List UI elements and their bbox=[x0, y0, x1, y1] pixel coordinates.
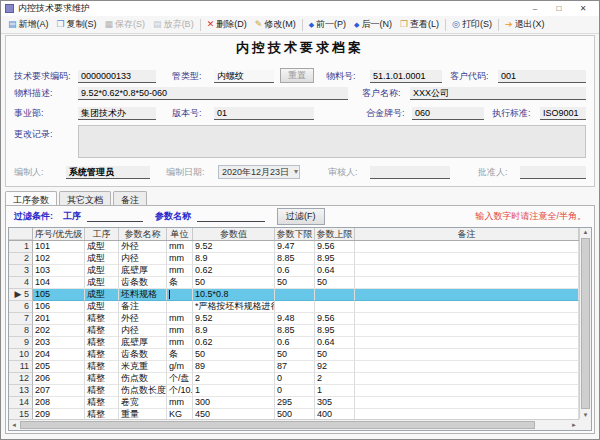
table-row[interactable]: 13207精整伤点数长度控制个/10...101 bbox=[9, 385, 579, 397]
save-disk-icon: ▦ bbox=[105, 20, 114, 29]
scroll-right-icon[interactable]: ► bbox=[571, 422, 577, 428]
toolbar-button-copy[interactable]: ❐复制(S) bbox=[53, 17, 101, 32]
alloy-field[interactable]: 060 bbox=[412, 107, 484, 120]
customer-code-field[interactable]: 001 bbox=[498, 70, 586, 83]
table-row[interactable]: 15209精整重量KG450500400 bbox=[9, 409, 579, 419]
row-indicator: 6 bbox=[9, 301, 33, 313]
table-row[interactable]: 2102成型内径mm8.98.858.95 bbox=[9, 253, 579, 265]
version-field[interactable]: 01 bbox=[214, 107, 314, 120]
view-folder-icon: ❐ bbox=[400, 20, 408, 29]
table-row[interactable]: 11205精整米克重g/m898792 bbox=[9, 361, 579, 373]
cell-process: 成型 bbox=[85, 301, 119, 313]
column-header-5[interactable]: 参数值 bbox=[193, 228, 275, 240]
division-field[interactable]: 集团技术办 bbox=[78, 107, 156, 120]
material-no-field[interactable]: 51.1.01.0001 bbox=[370, 70, 442, 83]
cell-value: 0.62 bbox=[193, 337, 275, 349]
approver-field[interactable] bbox=[520, 166, 586, 179]
cell-value: 8.9 bbox=[193, 325, 275, 337]
table-row[interactable]: 6106成型备注*严格按坯料规格进行上料。 bbox=[9, 301, 579, 313]
table-row[interactable]: 7201精整外径mm9.529.489.56 bbox=[9, 313, 579, 325]
pipe-type-label: 管类型: bbox=[172, 70, 214, 83]
row-indicator: 13 bbox=[9, 385, 33, 397]
minimize-button[interactable]: – bbox=[523, 1, 547, 16]
cell-high: 400 bbox=[315, 409, 355, 419]
cell-unit: mm bbox=[167, 241, 193, 253]
author-field[interactable]: 系统管理员 bbox=[66, 166, 150, 179]
column-header-3[interactable]: 参数名称 bbox=[119, 228, 167, 240]
filter-param-input[interactable] bbox=[197, 210, 265, 222]
column-header-4[interactable]: 单位 bbox=[167, 228, 193, 240]
table-row[interactable]: 3103成型底壁厚mm0.620.60.64 bbox=[9, 265, 579, 277]
material-desc-field[interactable]: 9.52*0.62*0.8*50-060 bbox=[78, 87, 348, 100]
standard-field[interactable]: ISO9001 bbox=[540, 107, 586, 120]
toolbar-separator bbox=[200, 19, 201, 31]
cell-note bbox=[355, 289, 579, 301]
scroll-left-icon[interactable]: ◄ bbox=[11, 422, 17, 428]
cell-high bbox=[315, 289, 355, 301]
table-row[interactable]: 9203精整底壁厚mm0.620.60.64 bbox=[9, 337, 579, 349]
toolbar-button-label: 删除(D) bbox=[216, 18, 247, 31]
toolbar-button-print[interactable]: ◎打印(S) bbox=[448, 17, 496, 32]
column-header-2[interactable]: 工序 bbox=[85, 228, 119, 240]
cell-low: 8.85 bbox=[275, 325, 315, 337]
row-indicator: 7 bbox=[9, 313, 33, 325]
change-record-field[interactable] bbox=[78, 125, 586, 158]
table-row[interactable]: 4104成型齿条数条505050 bbox=[9, 277, 579, 289]
cell-value: 10.5*0.8 bbox=[193, 289, 275, 301]
customer-name-field[interactable]: XXX公司 bbox=[410, 87, 586, 100]
cell-unit: mm bbox=[167, 337, 193, 349]
row-indicator: 3 bbox=[9, 265, 33, 277]
grid-vertical-scrollbar[interactable]: ▲ ▼ bbox=[579, 228, 591, 419]
horizontal-scroll-thumb[interactable] bbox=[20, 421, 535, 429]
close-button[interactable]: ✕ bbox=[571, 1, 595, 16]
arrow-left-icon: ◆ bbox=[309, 20, 314, 29]
toolbar-button-view[interactable]: ❐查看(L) bbox=[396, 17, 443, 32]
reset-button[interactable]: 重置 bbox=[280, 68, 314, 83]
vertical-scroll-thumb[interactable] bbox=[581, 238, 590, 409]
column-header-7[interactable]: 参数上限 bbox=[315, 228, 355, 240]
toolbar-button-delete[interactable]: ✕删除(D) bbox=[203, 17, 251, 32]
grid-horizontal-scrollbar[interactable]: ◄ ► bbox=[9, 419, 579, 430]
scroll-up-icon[interactable]: ▲ bbox=[580, 229, 591, 235]
cell-unit: KG bbox=[167, 409, 193, 419]
toolbar-button-prev[interactable]: ◆前一(P) bbox=[305, 17, 350, 32]
table-row[interactable]: 12206精整伤点数个/盘202 bbox=[9, 373, 579, 385]
scroll-down-icon[interactable]: ▼ bbox=[580, 412, 591, 418]
cell-value: *严格按坯料规格进行上料。 bbox=[193, 301, 275, 313]
toolbar-button-next[interactable]: ◆后一(N) bbox=[350, 17, 396, 32]
table-row[interactable]: 14208精整卷宽mm300295305 bbox=[9, 397, 579, 409]
pipe-type-field[interactable]: 内螺纹 bbox=[214, 70, 274, 83]
column-header-8[interactable]: 备注 bbox=[355, 228, 579, 240]
cell-low: 295 bbox=[275, 397, 315, 409]
division-label: 事业部: bbox=[14, 107, 78, 120]
tab-other-docs[interactable]: 其它文档 bbox=[59, 191, 111, 205]
table-row[interactable]: 1101成型外径mm9.529.479.56 bbox=[9, 241, 579, 253]
cell-process: 成型 bbox=[85, 265, 119, 277]
toolbar-button-label: 后一(N) bbox=[362, 18, 393, 31]
filter-button[interactable]: 过滤(F) bbox=[277, 208, 325, 225]
table-row[interactable]: 8202精整内径mm8.98.858.95 bbox=[9, 325, 579, 337]
column-header-1[interactable]: 序号/优先级 bbox=[33, 228, 85, 240]
tab-process-params[interactable]: 工序参数 bbox=[5, 191, 57, 205]
cell-high: 9.56 bbox=[315, 241, 355, 253]
filter-process-label: 工序 bbox=[63, 210, 81, 223]
column-header-6[interactable]: 参数下限 bbox=[275, 228, 315, 240]
cell-note bbox=[355, 409, 579, 419]
table-row[interactable]: ▶ 5105成型坯料规格10.5*0.8 bbox=[9, 289, 579, 301]
date-combo[interactable]: 2020年12月23日 bbox=[218, 165, 300, 179]
toolbar-button-label: 查看(L) bbox=[410, 18, 439, 31]
cell-seq: 101 bbox=[33, 241, 85, 253]
toolbar-button-exit[interactable]: ➔退出(X) bbox=[501, 17, 549, 32]
code-field[interactable]: 0000000133 bbox=[78, 70, 156, 83]
reviewer-field[interactable] bbox=[370, 166, 450, 179]
cell-low: 9.48 bbox=[275, 313, 315, 325]
filter-process-input[interactable] bbox=[87, 210, 143, 222]
maximize-button[interactable]: □ bbox=[547, 1, 571, 16]
cell-note bbox=[355, 313, 579, 325]
tab-remark[interactable]: 备注 bbox=[113, 191, 147, 205]
toolbar-button-modify[interactable]: ✎修改(M) bbox=[251, 17, 300, 32]
cell-seq: 206 bbox=[33, 373, 85, 385]
toolbar-button-label: 复制(S) bbox=[67, 18, 97, 31]
table-row[interactable]: 10204精整齿条数条505050 bbox=[9, 349, 579, 361]
toolbar-button-new[interactable]: ▤新增(A) bbox=[4, 17, 53, 32]
